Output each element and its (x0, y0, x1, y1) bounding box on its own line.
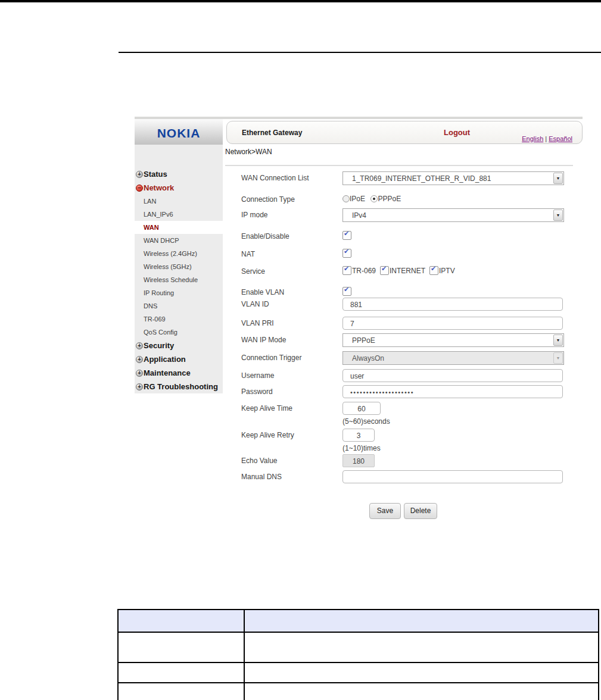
sidebar-item-qos-config[interactable]: QoS Config (135, 326, 223, 339)
sidebar-item-tr069[interactable]: TR-069 (135, 312, 223, 326)
sidebar-menu: + Status − Network LAN LAN_IPv6 WAN WAN … (135, 167, 223, 393)
expand-plus-icon[interactable]: + (136, 171, 143, 178)
sidebar-item-dns[interactable]: DNS (135, 299, 223, 312)
plus-glyph: + (138, 357, 141, 362)
vlan-pri-input[interactable]: 7 (342, 317, 563, 330)
sidebar-item-ip-routing[interactable]: IP Routing (135, 286, 223, 299)
save-button[interactable]: Save (369, 503, 401, 519)
sidebar-item-rg-troubleshooting[interactable]: + RG Troubleshooting (135, 380, 223, 393)
ipoe-radio[interactable] (342, 195, 350, 202)
form-row-nat: NAT ✔ (241, 248, 578, 264)
sidebar-item-wan-dhcp[interactable]: WAN DHCP (135, 234, 223, 247)
sidebar-item-lan-ipv6[interactable]: LAN_IPv6 (135, 208, 223, 221)
enable-vlan-checkbox[interactable]: ✔ (342, 287, 351, 296)
sidebar-item-maintenance[interactable]: + Maintenance (135, 366, 223, 380)
minus-glyph: − (138, 185, 141, 191)
check-icon: ✔ (431, 265, 436, 273)
table-header-cell (245, 610, 598, 632)
radio-label: PPPoE (378, 195, 401, 203)
select-value: AlwaysOn (352, 354, 384, 362)
delete-button[interactable]: Delete (404, 503, 437, 519)
table-cell (119, 663, 245, 682)
language-link-english[interactable]: English (522, 135, 543, 142)
select-value: IPv4 (352, 211, 366, 220)
language-link-espanol[interactable]: Español (549, 135, 572, 142)
form-row-wan-ip-mode: WAN IP Mode PPPoE ▼ (241, 333, 578, 350)
header-bar: Ethernet Gateway Logout English | Españo… (226, 121, 583, 144)
service-iptv-checkbox[interactable]: ✔ (429, 266, 438, 275)
vlan-id-input[interactable]: 881 (342, 298, 563, 311)
nokia-logo: NOKIA (135, 119, 223, 145)
field-label: WAN Connection List (241, 174, 309, 182)
check-icon: ✔ (344, 265, 349, 273)
keep-alive-time-input[interactable]: 60 (342, 402, 381, 415)
logout-button[interactable]: Logout (444, 128, 470, 137)
chevron-down-icon[interactable]: ▼ (553, 210, 563, 221)
table-cell (245, 633, 598, 662)
sidebar-item-label: IP Routing (144, 289, 174, 296)
field-label: Password (241, 388, 273, 396)
sidebar-item-network[interactable]: − Network (135, 181, 223, 195)
wan-connection-list-select[interactable]: 1_TR069_INTERNET_OTHER_R_VID_881 ▼ (342, 171, 564, 185)
sidebar-item-security[interactable]: + Security (135, 339, 223, 352)
enable-disable-checkbox[interactable]: ✔ (342, 231, 351, 240)
ip-mode-select[interactable]: IPv4 ▼ (342, 208, 564, 222)
input-value: 3 (343, 432, 374, 440)
keep-alive-retry-input[interactable]: 3 (342, 429, 375, 442)
check-icon: ✔ (344, 286, 349, 293)
form-row-vlan-id: VLAN ID 881 (241, 298, 578, 314)
field-label: Connection Trigger (241, 354, 301, 362)
sidebar-item-lan[interactable]: LAN (135, 195, 223, 208)
field-label: Keep Alive Time (241, 404, 292, 412)
pppoe-radio[interactable] (370, 195, 378, 202)
sidebar-item-wireless-24ghz[interactable]: Wireless (2.4GHz) (135, 247, 223, 260)
page-top-bar (0, 0, 601, 2)
sidebar-item-label: LAN_IPv6 (144, 211, 173, 218)
table-cell (119, 633, 245, 662)
nat-checkbox[interactable]: ✔ (342, 249, 351, 258)
select-value: 1_TR069_INTERNET_OTHER_R_VID_881 (352, 174, 491, 183)
form-row-vlan-pri: VLAN PRI 7 (241, 317, 578, 333)
page-title: Ethernet Gateway (242, 129, 302, 137)
service-internet-checkbox[interactable]: ✔ (380, 266, 389, 275)
sidebar-item-status[interactable]: + Status (135, 167, 223, 181)
service-tr069-checkbox[interactable]: ✔ (342, 266, 351, 275)
plus-glyph: + (138, 370, 141, 376)
form-row-password: Password •••••••••••••••••••• (241, 385, 578, 402)
chevron-down-icon[interactable]: ▼ (553, 173, 563, 184)
expand-plus-icon[interactable]: + (136, 356, 143, 363)
collapse-minus-icon[interactable]: − (136, 185, 143, 192)
field-label: Echo Value (241, 457, 278, 465)
expand-plus-icon[interactable]: + (136, 383, 143, 390)
input-value: 180 (343, 457, 374, 465)
sidebar-item-wireless-schedule[interactable]: Wireless Schedule (135, 273, 223, 286)
input-value: •••••••••••••••••••• (350, 389, 414, 396)
sidebar-item-label: Application (144, 355, 186, 364)
sidebar-item-wan[interactable]: WAN (135, 221, 223, 234)
sidebar-item-wireless-5ghz[interactable]: Wireless (5GHz) (135, 260, 223, 273)
checkbox-label: INTERNET (390, 267, 425, 275)
sidebar-item-label: Wireless (5GHz) (144, 263, 192, 270)
password-input[interactable]: •••••••••••••••••••• (342, 385, 563, 398)
language-separator: | (545, 135, 547, 142)
username-input[interactable]: user (342, 369, 563, 382)
sidebar-item-label: DNS (144, 302, 157, 310)
sidebar-item-label: WAN DHCP (144, 237, 179, 244)
manual-dns-input[interactable] (342, 470, 563, 483)
expand-plus-icon[interactable]: + (136, 370, 143, 377)
field-label: VLAN PRI (241, 319, 274, 327)
radio-label: IPoE (350, 195, 365, 203)
expand-plus-icon[interactable]: + (136, 342, 143, 349)
sidebar-item-application[interactable]: + Application (135, 352, 223, 366)
chevron-down-icon[interactable]: ▼ (553, 335, 563, 346)
plus-glyph: + (138, 384, 141, 390)
sidebar: NOKIA + Status − Network LAN LAN_IPv6 WA… (135, 119, 223, 393)
breadcrumb-divider (225, 165, 573, 166)
table-cell (245, 663, 598, 682)
sidebar-item-label: WAN (144, 224, 159, 231)
breadcrumb: Network>WAN (225, 148, 272, 156)
wan-ip-mode-select[interactable]: PPPoE ▼ (342, 333, 564, 347)
field-hint: (1~10)times (342, 444, 381, 452)
field-label: IP mode (241, 211, 267, 219)
sidebar-item-label: LAN (144, 198, 156, 205)
